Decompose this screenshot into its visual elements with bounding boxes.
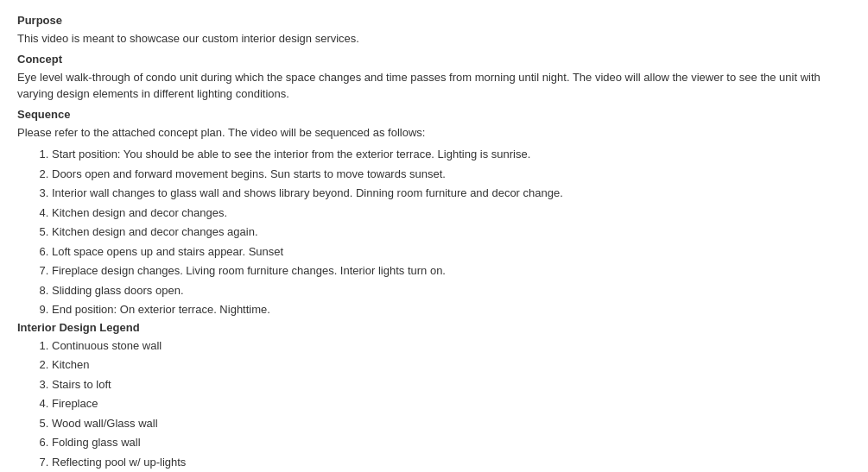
list-item: Start position: You should be able to se… [52, 146, 851, 163]
concept-body: Eye level walk-through of condo unit dur… [17, 69, 851, 103]
list-item: Doors open and forward movement begins. … [52, 166, 851, 183]
purpose-title: Purpose [17, 14, 851, 27]
list-item: Continuous stone wall [52, 337, 851, 355]
list-item: Kitchen design and decor changes again. [52, 223, 851, 241]
list-item: Fireplace [52, 395, 851, 412]
list-item: Slidding glass doors open. [52, 282, 851, 299]
legend-title: Interior Design Legend [17, 321, 851, 334]
list-item: Fireplace design changes. Living room fu… [52, 262, 851, 280]
list-item: Stairs to loft [52, 376, 851, 393]
sequence-list: Start position: You should be able to se… [52, 146, 851, 318]
purpose-body: This video is meant to showcase our cust… [17, 30, 851, 47]
sequence-intro: Please refer to the attached concept pla… [17, 124, 851, 142]
concept-title: Concept [17, 53, 851, 66]
list-item: Wood wall/Glass wall [52, 415, 851, 432]
list-item: Folding glass wall [52, 434, 851, 451]
list-item: End position: On exterior terrace. Night… [52, 301, 851, 318]
legend-section: Interior Design Legend Continuous stone … [17, 321, 851, 473]
list-item: Interior wall changes to glass wall and … [52, 185, 851, 202]
legend-list: Continuous stone wallKitchenStairs to lo… [52, 337, 851, 473]
list-item: Kitchen design and decor changes. [52, 205, 851, 222]
list-item: Reflecting pool w/ up-lights [52, 454, 851, 471]
list-item: Kitchen [52, 356, 851, 374]
sequence-section: Sequence Please refer to the attached co… [17, 108, 851, 318]
sequence-title: Sequence [17, 108, 851, 121]
concept-section: Concept Eye level walk-through of condo … [17, 53, 851, 103]
list-item: Loft space opens up and stairs appear. S… [52, 243, 851, 261]
purpose-section: Purpose This video is meant to showcase … [17, 14, 851, 47]
